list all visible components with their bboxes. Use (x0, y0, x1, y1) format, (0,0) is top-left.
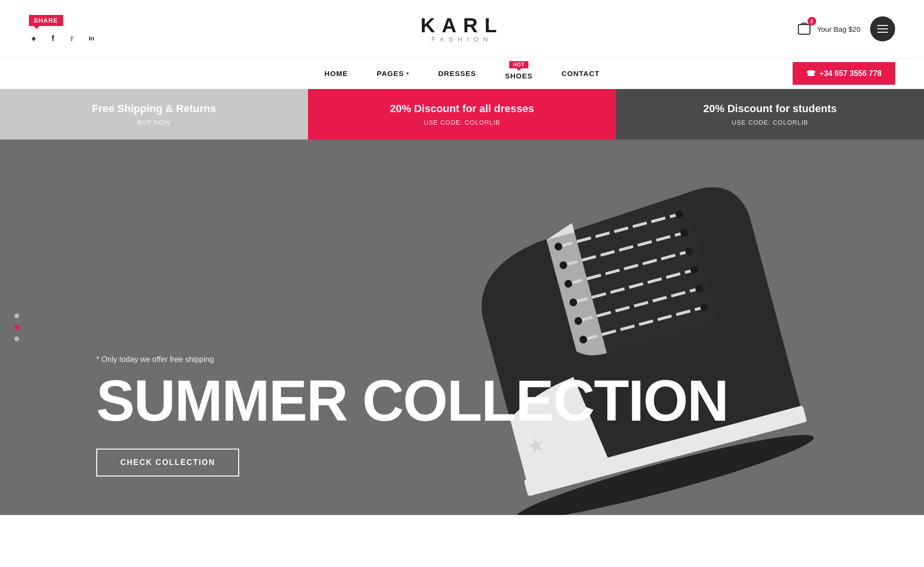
facebook-icon[interactable]: f (48, 34, 58, 43)
pinterest-icon[interactable]: ♠ (29, 34, 38, 43)
bag-count-badge: 2 (808, 17, 816, 26)
bag-label: Your Bag $20 (817, 25, 860, 33)
logo[interactable]: KARL FASHION (421, 15, 504, 43)
check-collection-button[interactable]: CHECK COLLECTION (96, 449, 239, 477)
site-header: SHARE ♠ f 𝕣 in KARL FASHION 2 Your Bag $… (0, 0, 924, 58)
menu-line-1 (877, 25, 888, 26)
main-navigation: HOME PAGES ▾ DRESSES HOT SHOES CONTACT ☎… (0, 58, 924, 89)
header-right: 2 Your Bag $20 (795, 16, 895, 41)
hot-badge: HOT (509, 61, 528, 68)
promo-shipping-cta: BUY NOW (138, 119, 171, 126)
menu-line-2 (877, 28, 888, 29)
promo-bar-shipping[interactable]: Free Shipping & Returns BUY NOW (0, 89, 308, 140)
hero-shipping-note: * Only today we offer free shipping (96, 355, 924, 364)
promo-students-code: USE CODE: Colorlib (732, 119, 808, 126)
phone-icon: ☎ (806, 69, 816, 78)
brand-subtitle: FASHION (421, 36, 504, 43)
slider-dot-3[interactable] (14, 336, 19, 341)
slider-dots (14, 313, 19, 341)
brand-name: KARL (421, 15, 504, 36)
dropdown-arrow-icon: ▾ (406, 71, 409, 76)
promo-bar-dresses[interactable]: 20% Discount for all dresses USE CODE: C… (308, 89, 616, 140)
promo-students-title: 20% Discount for students (703, 103, 836, 115)
nav-item-pages[interactable]: PAGES ▾ (377, 69, 409, 77)
hero-content: * Only today we offer free shipping SUMM… (0, 355, 924, 515)
svg-rect-0 (798, 25, 810, 34)
bag-area[interactable]: 2 Your Bag $20 (795, 19, 860, 39)
hero-title: SUMMER COLLECTION (96, 372, 924, 429)
linkedin-icon[interactable]: in (87, 34, 96, 43)
nav-item-contact[interactable]: CONTACT (562, 69, 600, 77)
slider-dot-2[interactable] (14, 325, 19, 330)
promo-bar-students[interactable]: 20% Discount for students USE CODE: Colo… (616, 89, 924, 140)
phone-button[interactable]: ☎ +34 657 3556 778 (793, 62, 895, 85)
social-icons: ♠ f 𝕣 in (29, 34, 96, 43)
bag-icon-wrap: 2 (795, 19, 813, 39)
phone-number: +34 657 3556 778 (820, 69, 882, 78)
promo-dresses-title: 20% Discount for all dresses (390, 103, 534, 115)
menu-line-3 (877, 32, 888, 33)
promo-dresses-code: USE CODE: Colorlib (424, 119, 500, 126)
promo-bars: Free Shipping & Returns BUY NOW 20% Disc… (0, 89, 924, 140)
nav-item-dresses[interactable]: DRESSES (438, 69, 476, 77)
nav-item-shoes[interactable]: HOT SHOES (505, 72, 533, 80)
hero-section: ★ * Only today we offer free shipping SU… (0, 140, 924, 515)
header-left: SHARE ♠ f 𝕣 in (29, 15, 96, 43)
hamburger-menu-button[interactable] (870, 16, 895, 41)
slider-dot-1[interactable] (14, 313, 19, 318)
nav-item-home[interactable]: HOME (324, 69, 348, 77)
twitter-icon[interactable]: 𝕣 (67, 34, 77, 43)
share-badge: SHARE (29, 15, 63, 26)
promo-shipping-title: Free Shipping & Returns (92, 103, 216, 115)
